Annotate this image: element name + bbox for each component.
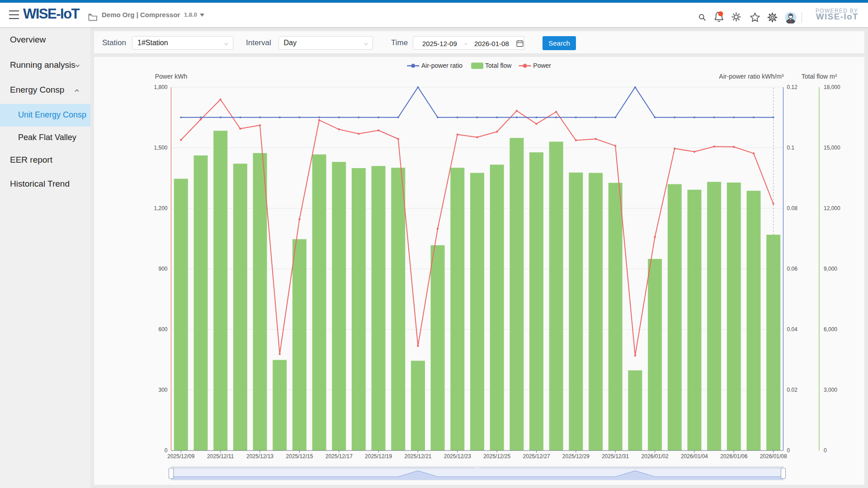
svg-text:Power: Power xyxy=(533,62,551,69)
svg-text:1,200: 1,200 xyxy=(154,205,167,211)
svg-text:0.08: 0.08 xyxy=(787,205,798,211)
svg-text:1,500: 1,500 xyxy=(154,145,167,151)
svg-text:Power kWh: Power kWh xyxy=(155,73,188,80)
svg-text:0.06: 0.06 xyxy=(787,266,798,272)
svg-text:Air-power ratio kWh/m³: Air-power ratio kWh/m³ xyxy=(719,73,783,80)
svg-text:0.1: 0.1 xyxy=(787,145,795,151)
svg-text:0: 0 xyxy=(824,447,827,454)
svg-text:2025/12/09: 2025/12/09 xyxy=(167,453,194,460)
svg-text:15,000: 15,000 xyxy=(824,145,840,151)
svg-text:2025/12/19: 2025/12/19 xyxy=(365,453,392,460)
svg-text:6,000: 6,000 xyxy=(824,326,837,333)
svg-text:2025/12/15: 2025/12/15 xyxy=(286,453,313,460)
svg-text:2025/12/11: 2025/12/11 xyxy=(207,453,234,460)
svg-text:1,800: 1,800 xyxy=(154,84,167,90)
svg-text:2026/01/08: 2026/01/08 xyxy=(760,453,787,460)
svg-text:2025/12/13: 2025/12/13 xyxy=(246,453,274,460)
svg-text:12,000: 12,000 xyxy=(824,205,840,211)
svg-text:2026/01/06: 2026/01/06 xyxy=(720,453,747,460)
svg-text:0.04: 0.04 xyxy=(787,326,798,333)
svg-text:2026/01/02: 2026/01/02 xyxy=(642,453,669,460)
svg-text:2025/12/29: 2025/12/29 xyxy=(562,453,590,460)
svg-text:2025/12/21: 2025/12/21 xyxy=(404,453,431,460)
svg-text:3,000: 3,000 xyxy=(824,387,837,393)
svg-text:2025/12/25: 2025/12/25 xyxy=(483,453,510,460)
svg-text:600: 600 xyxy=(158,326,167,333)
svg-text:0.12: 0.12 xyxy=(787,84,798,90)
svg-text:Total flow m³: Total flow m³ xyxy=(802,73,837,80)
svg-text:900: 900 xyxy=(158,266,167,272)
svg-text:0.02: 0.02 xyxy=(787,387,798,393)
svg-text:Total flow: Total flow xyxy=(485,62,512,69)
svg-text:18,000: 18,000 xyxy=(824,84,840,90)
svg-text:2026/01/04: 2026/01/04 xyxy=(681,453,708,460)
svg-text:300: 300 xyxy=(158,387,167,393)
svg-text:0: 0 xyxy=(165,447,168,454)
svg-text:9,000: 9,000 xyxy=(824,266,837,272)
svg-text:Air-power ratio: Air-power ratio xyxy=(421,62,462,69)
svg-text:2025/12/27: 2025/12/27 xyxy=(523,453,550,460)
svg-text:2025/12/23: 2025/12/23 xyxy=(444,453,471,460)
svg-text:2025/12/31: 2025/12/31 xyxy=(602,453,629,460)
svg-text:0: 0 xyxy=(787,447,790,454)
svg-text:2025/12/17: 2025/12/17 xyxy=(326,453,353,460)
